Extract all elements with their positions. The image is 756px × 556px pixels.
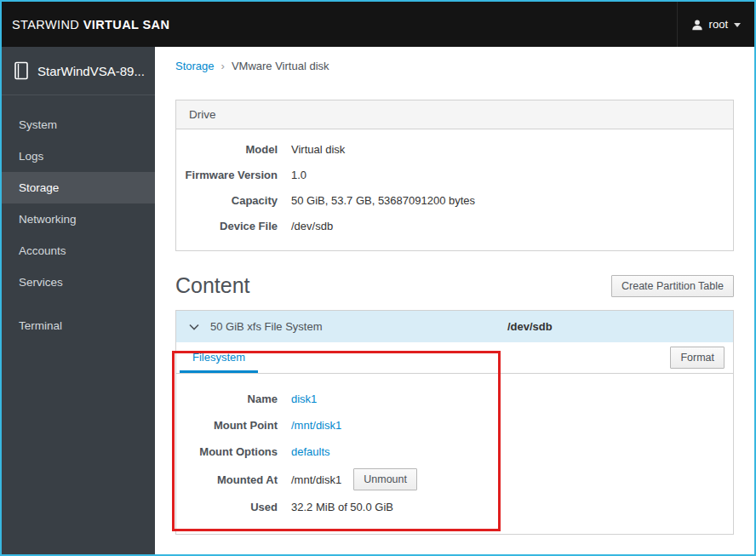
drive-row-firmware: Firmware Version 1.0 bbox=[176, 162, 733, 187]
drive-panel-title: Drive bbox=[176, 100, 733, 129]
detail-row-mount-options: Mount Options defaults bbox=[176, 438, 733, 465]
field-label: Mount Options bbox=[176, 445, 291, 458]
field-value: /dev/sdb bbox=[291, 220, 333, 232]
drive-row-device-file: Device File /dev/sdb bbox=[176, 213, 733, 238]
drive-row-model: Model Virtual disk bbox=[176, 136, 733, 162]
field-value: 1.0 bbox=[291, 169, 306, 181]
detail-row-mounted-at: Mounted At /mnt/disk1 Unmount bbox=[176, 465, 733, 494]
detail-tabbar: Filesystem Format bbox=[176, 342, 733, 374]
breadcrumb-current: VMware Virtual disk bbox=[232, 60, 329, 72]
host-name: StarWindVSA-89... bbox=[37, 64, 145, 78]
app-brand: STARWIND VIRTUAL SAN bbox=[2, 18, 169, 32]
user-name: root bbox=[709, 18, 728, 31]
chevron-down-icon bbox=[734, 23, 741, 27]
sidebar-item-logs[interactable]: Logs bbox=[2, 140, 155, 172]
field-label: Mount Point bbox=[176, 419, 291, 432]
sidebar-item-accounts[interactable]: Accounts bbox=[2, 235, 155, 267]
user-menu[interactable]: root bbox=[677, 2, 754, 47]
field-value: /mnt/disk1 bbox=[291, 473, 341, 486]
field-label: Device File bbox=[176, 220, 291, 232]
drive-panel: Drive Model Virtual disk Firmware Versio… bbox=[175, 100, 734, 251]
brand-prefix: STARWIND bbox=[12, 18, 79, 32]
filesystem-device: /dev/sdb bbox=[507, 320, 720, 333]
brand-bold: VIRTUAL SAN bbox=[83, 18, 170, 32]
mount-options-link[interactable]: defaults bbox=[291, 445, 330, 458]
detail-row-used: Used 32.2 MiB of 50.0 GiB bbox=[176, 494, 733, 520]
field-value: 32.2 MiB of 50.0 GiB bbox=[291, 501, 393, 513]
filesystem-listing: 50 GiB xfs File System /dev/sdb Filesyst… bbox=[175, 310, 734, 535]
field-label: Mounted At bbox=[176, 473, 291, 486]
breadcrumb: Storage › VMware Virtual disk bbox=[155, 47, 754, 84]
chevron-down-icon bbox=[189, 324, 199, 330]
detail-form: Name disk1 Mount Point /mnt/disk1 Mount … bbox=[176, 374, 733, 534]
content-header: Content Create Partition Table bbox=[175, 273, 734, 298]
sidebar-item-networking[interactable]: Networking bbox=[2, 203, 155, 235]
tab-filesystem[interactable]: Filesystem bbox=[180, 342, 258, 373]
breadcrumb-storage-link[interactable]: Storage bbox=[175, 60, 215, 72]
topbar: STARWIND VIRTUAL SAN root bbox=[2, 2, 754, 47]
app-window: STARWIND VIRTUAL SAN root StarWindVSA bbox=[0, 0, 756, 556]
breadcrumb-separator: › bbox=[221, 60, 225, 72]
sidebar: StarWindVSA-89... System Logs Storage Ne… bbox=[2, 47, 155, 554]
user-icon bbox=[691, 19, 703, 31]
sidebar-nav: System Logs Storage Networking Accounts … bbox=[2, 95, 155, 341]
drive-row-capacity: Capacity 50 GiB, 53.7 GB, 53687091200 by… bbox=[176, 187, 733, 213]
fs-name-link[interactable]: disk1 bbox=[291, 393, 317, 405]
content-title: Content bbox=[175, 273, 250, 298]
sidebar-item-services[interactable]: Services bbox=[2, 267, 155, 298]
detail-row-mount-point: Mount Point /mnt/disk1 bbox=[176, 412, 733, 438]
sidebar-item-terminal[interactable]: Terminal bbox=[2, 310, 155, 341]
detail-row-name: Name disk1 bbox=[176, 386, 733, 412]
field-value: Virtual disk bbox=[291, 143, 345, 156]
sidebar-item-storage[interactable]: Storage bbox=[2, 172, 155, 203]
host-icon bbox=[14, 61, 29, 80]
main-content: Storage › VMware Virtual disk Drive Mode… bbox=[155, 47, 754, 554]
field-label: Used bbox=[176, 501, 291, 513]
field-label: Capacity bbox=[176, 194, 291, 207]
filesystem-row[interactable]: 50 GiB xfs File System /dev/sdb bbox=[176, 311, 733, 342]
filesystem-detail: Filesystem Format Name disk1 Mount Point… bbox=[176, 342, 733, 534]
format-button[interactable]: Format bbox=[670, 347, 724, 369]
drive-form: Model Virtual disk Firmware Version 1.0 … bbox=[176, 129, 733, 250]
host-selector[interactable]: StarWindVSA-89... bbox=[2, 47, 155, 95]
unmount-button[interactable]: Unmount bbox=[353, 468, 417, 490]
field-label: Model bbox=[176, 143, 291, 156]
mount-point-link[interactable]: /mnt/disk1 bbox=[291, 419, 341, 432]
field-label: Firmware Version bbox=[176, 169, 291, 181]
filesystem-name: 50 GiB xfs File System bbox=[210, 320, 507, 333]
field-value: 50 GiB, 53.7 GB, 53687091200 bytes bbox=[291, 194, 475, 207]
create-partition-table-button[interactable]: Create Partition Table bbox=[611, 275, 734, 297]
field-label: Name bbox=[176, 393, 291, 405]
sidebar-item-system[interactable]: System bbox=[2, 109, 155, 140]
